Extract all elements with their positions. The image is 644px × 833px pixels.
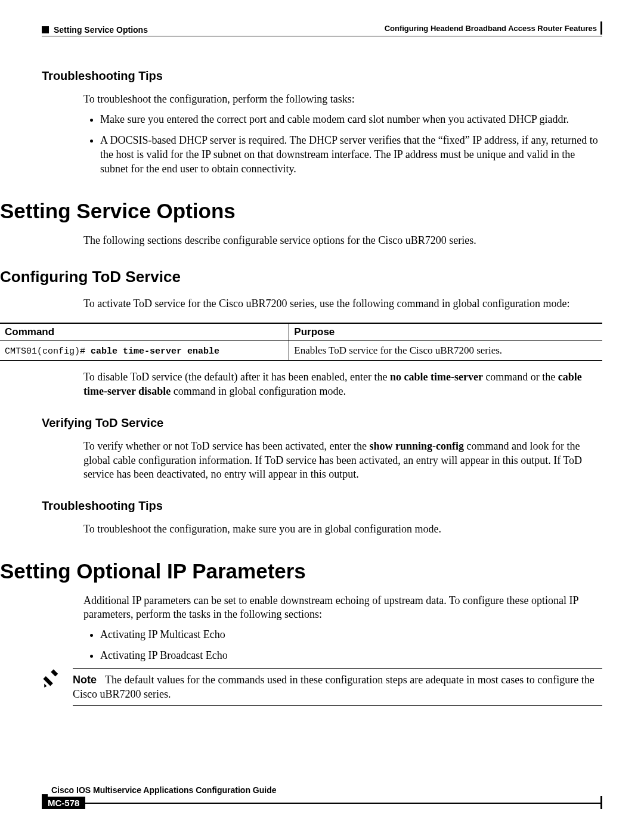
cmd-prefix: CMTS01(config)#: [5, 346, 91, 357]
table-header-row: Command Purpose: [0, 323, 602, 341]
footer-row: MC-578: [42, 796, 602, 809]
th-command: Command: [0, 323, 289, 341]
cmd-bold: cable time-server enable: [91, 346, 219, 357]
td-command: CMTS01(config)# cable time-server enable: [0, 341, 289, 361]
footer-square-icon: [42, 794, 48, 800]
heading-setting-service-options: Setting Service Options: [0, 199, 602, 223]
note-bottom-rule: [73, 705, 602, 706]
ip-params-list: Activating IP Multicast Echo Activating …: [83, 627, 602, 662]
tips2-intro: To troubleshoot the configuration, make …: [83, 522, 602, 536]
pencil-icon: [42, 668, 62, 691]
tips1-intro: To troubleshoot the configuration, perfo…: [83, 92, 602, 106]
header-right: Configuring Headend Broadband Access Rou…: [385, 21, 602, 35]
header-left-text: Setting Service Options: [54, 25, 148, 35]
bold-cmd: show running-config: [369, 440, 464, 452]
text: command in global configuration mode.: [171, 385, 346, 397]
bold-cmd: no cable time-server: [390, 371, 483, 383]
table-row: CMTS01(config)# cable time-server enable…: [0, 341, 602, 361]
footer-guide-title: Cisco IOS Multiservice Applications Conf…: [51, 785, 277, 795]
setting-service-intro: The following sections describe configur…: [83, 234, 602, 247]
note-label: Note: [73, 674, 97, 686]
heading-setting-optional-ip: Setting Optional IP Parameters: [0, 559, 602, 583]
tod-disable-para: To disable ToD service (the default) aft…: [83, 370, 602, 398]
header-rule: [42, 36, 602, 36]
verify-para: To verify whether or not ToD service has…: [83, 439, 602, 481]
list-item: Make sure you entered the correct port a…: [100, 112, 602, 126]
list-item: Activating IP Broadcast Echo: [100, 648, 602, 662]
svg-rect-2: [51, 670, 58, 677]
command-table: Command Purpose CMTS01(config)# cable ti…: [0, 323, 602, 361]
text: command or the: [483, 371, 558, 383]
heading-verifying-tod: Verifying ToD Service: [42, 416, 602, 430]
command-text: CMTS01(config)# cable time-server enable: [5, 346, 219, 357]
header-right-text: Configuring Headend Broadband Access Rou…: [385, 24, 597, 33]
page: Setting Service Options Configuring Head…: [0, 0, 644, 833]
heading-configuring-tod: Configuring ToD Service: [0, 268, 602, 286]
text: To verify whether or not ToD service has…: [83, 440, 369, 452]
heading-troubleshooting-2: Troubleshooting Tips: [42, 499, 602, 513]
running-header: Setting Service Options Configuring Head…: [42, 21, 602, 35]
th-purpose: Purpose: [289, 323, 602, 341]
td-purpose: Enables ToD service for the Cisco uBR720…: [289, 341, 602, 361]
tips1-list: Make sure you entered the correct port a…: [83, 112, 602, 176]
note-body: NoteThe default values for the commands …: [73, 668, 602, 710]
page-number-badge: MC-578: [42, 797, 85, 809]
tod-intro: To activate ToD service for the Cisco uB…: [83, 297, 602, 311]
footer: Cisco IOS Multiservice Applications Conf…: [42, 785, 602, 809]
footer-bar-icon: [600, 796, 602, 809]
list-item: Activating IP Multicast Echo: [100, 627, 602, 642]
svg-marker-0: [44, 684, 47, 688]
content: Troubleshooting Tips To troubleshoot the…: [83, 69, 602, 710]
text: To disable ToD service (the default) aft…: [83, 371, 390, 383]
footer-title-line: Cisco IOS Multiservice Applications Conf…: [42, 785, 602, 796]
list-item: A DOCSIS-based DHCP server is required. …: [100, 133, 602, 176]
header-square-icon: [42, 26, 49, 33]
header-bar-icon: [600, 21, 602, 35]
note-top-rule: [73, 668, 602, 669]
ip-params-intro: Additional IP parameters can be set to e…: [83, 594, 602, 622]
heading-troubleshooting-1: Troubleshooting Tips: [42, 69, 602, 83]
note-line: NoteThe default values for the commands …: [73, 673, 602, 702]
note-block: NoteThe default values for the commands …: [42, 668, 602, 710]
footer-rule: [85, 803, 600, 804]
header-left: Setting Service Options: [42, 25, 148, 35]
note-text: The default values for the commands used…: [73, 674, 595, 700]
